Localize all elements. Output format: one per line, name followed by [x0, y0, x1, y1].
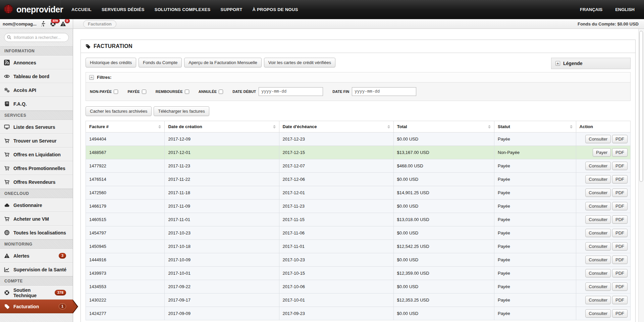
- consulter-button[interactable]: Consulter: [585, 215, 611, 224]
- column-header-date-d-echeance[interactable]: Date d'échéance: [279, 121, 393, 132]
- sidebar-nav: INFORMATIONAnnoncesTableau de bordAccès …: [0, 46, 73, 313]
- table-button-cacher-les-factures-archivees[interactable]: Cacher les factures archivées: [86, 106, 152, 116]
- payer-button[interactable]: Payer: [593, 148, 611, 157]
- pdf-button[interactable]: PDF: [612, 309, 628, 318]
- action-cell: ConsulterPDF: [576, 226, 630, 240]
- lang-francais[interactable]: FRANÇAIS: [580, 7, 602, 12]
- sidebar-item-offres-revendeurs[interactable]: Offres Revendeurs: [0, 175, 73, 189]
- sidebar-item-supervision-de-la-sante[interactable]: Supervision de la Santé: [0, 263, 73, 276]
- nav-item-serveurs-dedies[interactable]: SERVEURS DÉDIÉS: [97, 0, 150, 19]
- warning-icon-button[interactable]: 3: [60, 21, 66, 27]
- sidebar-item-soutien-technique[interactable]: Soutien Technique378: [0, 286, 73, 300]
- nav-item-a-propos-de-nous[interactable]: À PROPOS DE NOUS: [247, 0, 303, 19]
- pdf-button[interactable]: PDF: [612, 282, 628, 291]
- filter-option-annulee[interactable]: ANNULÉE: [199, 90, 223, 94]
- pdf-button[interactable]: PDF: [612, 242, 628, 251]
- sidebar-item-facturation[interactable]: Facturation1: [0, 300, 73, 313]
- sidebar-item-acces-api[interactable]: Accès API: [0, 83, 73, 97]
- brand-logo[interactable]: oneprovider: [0, 0, 60, 19]
- runner-icon-button[interactable]: [40, 21, 46, 27]
- sidebar-item-liste-des-serveurs[interactable]: Liste des Serveurs: [0, 120, 73, 134]
- breadcrumb[interactable]: Facturation: [83, 20, 116, 28]
- sidebar-item-offres-en-liquidation[interactable]: Offres en Liquidation: [0, 148, 73, 161]
- consulter-button[interactable]: Consulter: [585, 135, 611, 143]
- invoice-row: 14449162017-10-092017-10-23$0.00 USDPayé…: [86, 253, 631, 267]
- sidebar: INFORMATIONAnnoncesTableau de bordAccès …: [0, 29, 73, 322]
- filters-header[interactable]: − Filtres:: [86, 72, 630, 82]
- pdf-button[interactable]: PDF: [612, 162, 628, 170]
- filter-option-non-payee[interactable]: NON-PAYÉE: [90, 90, 118, 94]
- sidebar-item-annonces[interactable]: Annonces: [0, 56, 73, 69]
- legend-toggle[interactable]: + Légende: [551, 58, 631, 69]
- vertical-scrollbar[interactable]: [638, 29, 644, 322]
- collapse-icon: −: [89, 75, 94, 80]
- pdf-button[interactable]: PDF: [612, 296, 628, 304]
- sidebar-item-offres-promotionnelles[interactable]: Offres Promotionnelles: [0, 161, 73, 175]
- pdf-button[interactable]: PDF: [612, 229, 628, 237]
- date-end-input[interactable]: [352, 87, 416, 96]
- sidebar-item-tableau-de-bord[interactable]: Tableau de bord: [0, 69, 73, 83]
- status-cell: Payée: [494, 253, 576, 267]
- filter-checkbox-payee[interactable]: [142, 90, 146, 94]
- pdf-button[interactable]: PDF: [612, 269, 628, 277]
- table-button-telecharger-les-factures[interactable]: Télécharger les factures: [154, 106, 209, 116]
- sidebar-item-alertes[interactable]: Alertes3: [0, 249, 73, 263]
- search-input[interactable]: [4, 33, 69, 42]
- scrollbar-thumb[interactable]: [639, 31, 643, 182]
- toolbar-button-voir-les-cartes-de-credit-verifiees[interactable]: Voir les cartes de crédit vérifiées: [264, 58, 335, 67]
- pdf-button[interactable]: PDF: [612, 256, 628, 264]
- account-name[interactable]: nom@compag...: [3, 21, 37, 26]
- nav-item-solutions-complexes[interactable]: SOLUTIONS COMPLEXES: [150, 0, 216, 19]
- pdf-button[interactable]: PDF: [612, 148, 628, 157]
- lang-english[interactable]: ENGLISH: [615, 7, 635, 12]
- sidebar-item-trouver-un-serveur[interactable]: Trouver un Serveur: [0, 134, 73, 148]
- filter-label: PAYÉE: [127, 90, 140, 94]
- nav-item-accueil[interactable]: ACCUEIL: [66, 0, 97, 19]
- consulter-button[interactable]: Consulter: [585, 162, 611, 170]
- invoice-row: 14302222017-09-172017-10-01$12,353.25 US…: [86, 293, 631, 307]
- pdf-button[interactable]: PDF: [612, 189, 628, 197]
- due-date-cell: 2017-12-07: [279, 159, 393, 173]
- lifering-icon-button[interactable]: 378: [50, 21, 56, 27]
- pdf-button[interactable]: PDF: [612, 202, 628, 210]
- total-cell: $12,359.00 USD: [393, 267, 494, 280]
- toolbar-button-fonds-du-compte[interactable]: Fonds du Compte: [139, 58, 182, 67]
- consulter-button[interactable]: Consulter: [585, 269, 611, 277]
- panel-body: Historique des créditsFonds du CompteApe…: [81, 53, 635, 322]
- total-cell: $0.00 USD: [393, 280, 494, 293]
- filter-checkbox-remboursee[interactable]: [185, 90, 189, 94]
- pdf-button[interactable]: PDF: [612, 215, 628, 224]
- consulter-button[interactable]: Consulter: [585, 229, 611, 237]
- consulter-button[interactable]: Consulter: [585, 256, 611, 264]
- pdf-button[interactable]: PDF: [612, 135, 628, 143]
- toolbar-button-historique-des-credits[interactable]: Historique des crédits: [86, 58, 136, 67]
- consulter-button[interactable]: Consulter: [585, 175, 611, 183]
- column-header-total[interactable]: Total: [393, 121, 494, 132]
- filter-option-payee[interactable]: PAYÉE: [127, 90, 146, 94]
- sidebar-item-label: Acheter une VM: [13, 216, 49, 222]
- column-header-statut[interactable]: Statut: [494, 121, 576, 132]
- filter-checkbox-non-payee[interactable]: [114, 90, 118, 94]
- sidebar-item-acheter-une-vm[interactable]: Acheter une VM: [0, 212, 73, 226]
- sidebar-item-toutes-les-localisations[interactable]: Toutes les localisations: [0, 226, 73, 239]
- consulter-button[interactable]: Consulter: [585, 309, 611, 318]
- pdf-button[interactable]: PDF: [612, 175, 628, 183]
- sidebar-item-f-a-q[interactable]: F.A.Q.: [0, 97, 73, 111]
- toolbar-button-apercu-de-la-facturation-mensuelle[interactable]: Aperçu de la Facturation Mensuelle: [184, 58, 262, 67]
- consulter-button[interactable]: Consulter: [585, 189, 611, 197]
- consulter-button[interactable]: Consulter: [585, 202, 611, 210]
- invoice-row: 14885672017-12-012017-12-15$13,167.00 US…: [86, 146, 631, 159]
- creation-date-cell: 2017-11-09: [165, 200, 279, 213]
- column-header-facture[interactable]: Facture #: [86, 121, 165, 132]
- consulter-button[interactable]: Consulter: [585, 296, 611, 304]
- nav-item-support[interactable]: SUPPORT: [215, 0, 247, 19]
- cart-icon: [4, 138, 10, 144]
- date-start-input[interactable]: [259, 87, 323, 96]
- consulter-button[interactable]: Consulter: [585, 242, 611, 251]
- sidebar-item-gestionnaire[interactable]: Gestionnaire: [0, 198, 73, 212]
- consulter-button[interactable]: Consulter: [585, 282, 611, 291]
- search-icon: [7, 35, 11, 40]
- filter-checkbox-annulee[interactable]: [219, 90, 223, 94]
- column-header-date-de-creation[interactable]: Date de création: [165, 121, 279, 132]
- filter-option-remboursee[interactable]: REMBOURSÉE: [156, 90, 189, 94]
